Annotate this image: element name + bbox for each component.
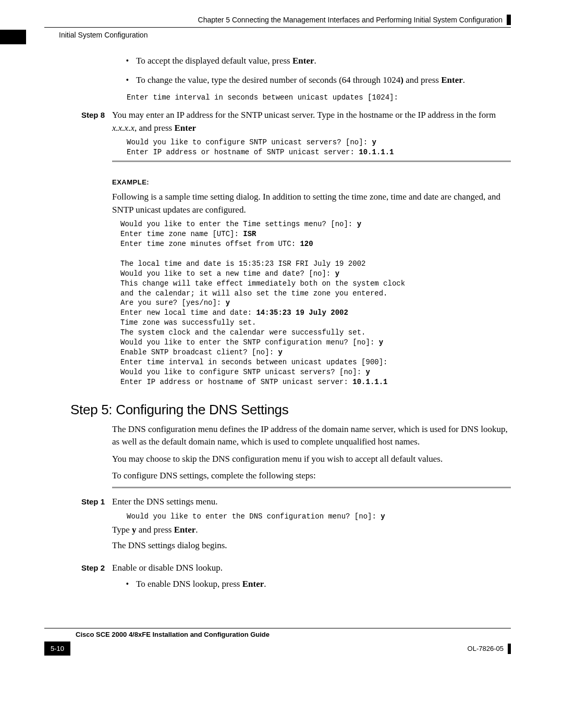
list-item: To change the value, type the desired nu… xyxy=(133,74,511,87)
code-text: Time zone was successfully set. xyxy=(120,318,256,327)
code-text: Enter time zone name [UTC]: xyxy=(120,230,243,238)
step-label: Step 2 xyxy=(44,562,112,597)
section-rule xyxy=(112,487,511,488)
body-text: To change the value, type the desired nu… xyxy=(136,75,400,85)
code-text: Enable SNTP broadcast client? [no]: xyxy=(120,348,278,356)
body-text-bold: Enter xyxy=(242,579,264,589)
list-item: To accept the displayed default value, p… xyxy=(133,55,511,68)
body-text: Type y and press Enter. xyxy=(112,524,511,537)
footer-book-title: Cisco SCE 2000 4/8xFE Installation and C… xyxy=(76,631,511,638)
code-text: Enter new local time and date: xyxy=(120,309,256,317)
body-text-bold: Enter xyxy=(174,525,196,535)
code-text: The local time and date is 15:35:23 ISR … xyxy=(120,260,365,268)
footer-row: 5-10 OL-7826-05 xyxy=(44,641,511,656)
body-text-bold: Enter xyxy=(174,123,196,133)
intro-bullet-list: To accept the displayed default value, p… xyxy=(133,55,511,87)
body-text-bold: Enter xyxy=(292,56,314,66)
code-text: Would you like to enter the DNS configur… xyxy=(127,512,381,521)
section-rule xyxy=(112,161,511,162)
footer-rule xyxy=(44,628,511,628)
code-text-bold: 14:35:23 19 July 2002 xyxy=(256,309,348,317)
side-tab xyxy=(0,30,26,44)
step-label: Step 1 xyxy=(44,496,112,556)
body-text: To enable DNS lookup, press xyxy=(136,579,242,589)
code-text: The system clock and the calendar were s… xyxy=(120,328,365,337)
body-text: . xyxy=(195,525,198,535)
code-text: and the calendar; it will also set the t… xyxy=(120,289,387,298)
code-text: Are you sure? [yes/no]: xyxy=(120,299,226,307)
dns-para-2: You may choose to skip the DNS configura… xyxy=(112,453,511,466)
code-text: Would you like to configure SNTP unicast… xyxy=(120,368,365,376)
code-text-bold: y xyxy=(381,512,385,521)
header-chapter-line: Chapter 5 Connecting the Management Inte… xyxy=(44,15,511,25)
step-8-row: Step 8 You may enter an IP address for t… xyxy=(44,109,511,389)
doc-number: OL-7826-05 xyxy=(468,645,504,652)
page-number: 5-10 xyxy=(44,641,70,656)
body-text: To accept the displayed default value, p… xyxy=(136,56,292,66)
code-text: Enter IP address or hostname of SNTP uni… xyxy=(127,148,359,156)
step-2-row: Step 2 Enable or disable DNS lookup. To … xyxy=(44,562,511,597)
code-text: Enter time interval in seconds between u… xyxy=(120,358,387,366)
body-text-bold: Enter xyxy=(441,75,463,85)
code-text-bold: ISR xyxy=(243,230,256,238)
example-label: EXAMPLE: xyxy=(112,178,511,188)
footer-bar-icon xyxy=(508,644,511,654)
body-text: The DNS settings dialog begins. xyxy=(112,539,511,552)
code-text: Would you like to enter the SNTP configu… xyxy=(120,338,379,347)
code-block: Would you like to enter the DNS configur… xyxy=(127,512,511,522)
body-text-italic: x.x.x.x xyxy=(112,123,134,133)
body-text: . xyxy=(264,579,266,589)
dns-para-3: To configure DNS settings, complete the … xyxy=(112,470,511,483)
step2-bullet-list: To enable DNS lookup, press Enter. xyxy=(133,578,511,591)
body-text: , and press xyxy=(134,123,174,133)
code-text: Would you like to configure SNTP unicast… xyxy=(127,138,372,146)
body-text: You may enter an IP address for the SNTP… xyxy=(112,109,511,134)
running-head: Initial System Configuration xyxy=(59,31,511,39)
step-label: Step 8 xyxy=(44,109,112,389)
code-text-bold: 10.1.1.1 xyxy=(359,148,394,156)
code-text-bold: y xyxy=(335,269,339,278)
body-text: Type xyxy=(112,525,132,535)
header-bar-icon xyxy=(507,15,511,25)
step-1-row: Step 1 Enter the DNS settings menu. Woul… xyxy=(44,496,511,556)
code-text: Would you like to set a new time and dat… xyxy=(120,269,335,278)
list-item: To enable DNS lookup, press Enter. xyxy=(133,578,511,591)
body-text: and press xyxy=(137,525,174,535)
code-text-bold: y xyxy=(365,368,370,376)
body-text-bold: y xyxy=(132,525,137,535)
dns-para-1: The DNS configuration menu defines the I… xyxy=(112,423,511,449)
code-block: Would you like to configure SNTP unicast… xyxy=(127,138,511,157)
code-text-bold: y xyxy=(379,338,383,347)
code-text: Would you like to enter the Time setting… xyxy=(120,220,357,228)
code-text-bold: y xyxy=(357,220,361,228)
code-text-bold: 120 xyxy=(300,240,313,248)
body-text: Enable or disable DNS lookup. xyxy=(112,562,511,575)
body-text: . xyxy=(314,56,316,66)
code-text-bold: y xyxy=(226,299,230,307)
header-chapter-text: Chapter 5 Connecting the Management Inte… xyxy=(198,16,503,24)
code-block: Enter time interval in seconds between u… xyxy=(127,93,511,103)
body-text: . xyxy=(463,75,465,85)
body-text: You may enter an IP address for the SNTP… xyxy=(112,110,496,120)
code-text: Enter time zone minutes offset from UTC: xyxy=(120,240,300,248)
code-text-bold: 10.1.1.1 xyxy=(352,378,387,386)
code-text-bold: y xyxy=(372,138,376,146)
code-text: Enter IP address or hostname of SNTP uni… xyxy=(120,378,352,386)
example-intro: Following is a sample time setting dialo… xyxy=(112,191,511,216)
dns-section-heading: Step 5: Configuring the DNS Settings xyxy=(70,402,511,418)
example-code-block: Would you like to enter the Time setting… xyxy=(120,219,511,387)
body-text: and press xyxy=(403,75,441,85)
body-text: Enter the DNS settings menu. xyxy=(112,496,511,509)
header-rule xyxy=(44,27,511,28)
code-text: This change will take effect immediately… xyxy=(120,279,405,288)
code-text-bold: y xyxy=(278,348,282,356)
